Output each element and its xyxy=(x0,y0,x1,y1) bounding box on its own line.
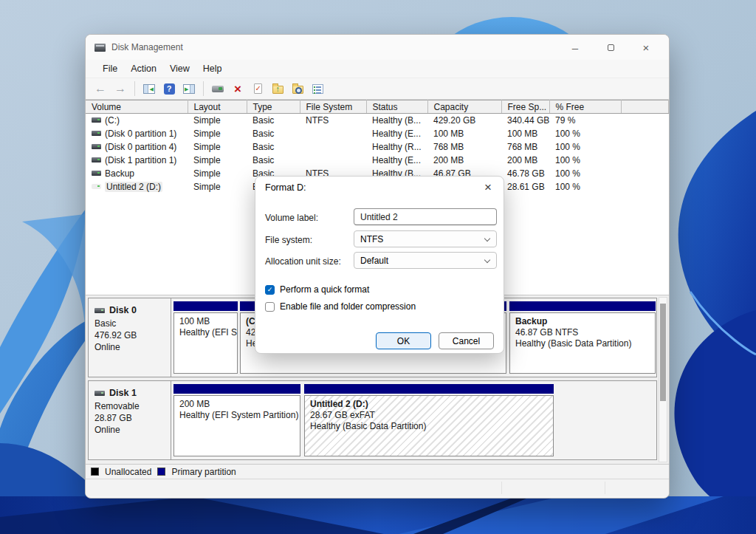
back-arrow-icon[interactable]: ← xyxy=(93,81,108,97)
partition-untitled2-d-selected[interactable]: Untitled 2 (D:)28.67 GB exFATHealthy (Ba… xyxy=(304,384,554,456)
menu-help[interactable]: Help xyxy=(196,62,229,75)
column-volume[interactable]: Volume xyxy=(86,100,188,114)
partition-efi-disk1[interactable]: 200 MBHealthy (EFI System Partition) xyxy=(173,384,300,456)
disk-status: Online xyxy=(94,424,165,436)
partition-backup[interactable]: Backup46.87 GB NTFSHealthy (Basic Data P… xyxy=(509,301,656,374)
volume-label-label: Volume label: xyxy=(265,213,318,223)
dialog-close-icon[interactable]: × xyxy=(480,179,496,196)
primary-partition-bar xyxy=(304,384,554,394)
dialog-title: Format D: xyxy=(265,182,306,193)
compression-label: Enable file and folder compression xyxy=(280,301,416,312)
disk-1-info[interactable]: Disk 1 Removable 28.87 GB Online xyxy=(89,381,171,459)
close-icon[interactable]: × xyxy=(635,38,657,56)
column-capacity[interactable]: Capacity xyxy=(427,100,501,114)
format-dialog: Format D: × Volume label: File system: N… xyxy=(255,176,504,354)
view-options-icon[interactable] xyxy=(310,81,325,97)
statusbar-divider xyxy=(605,482,605,494)
disk-management-app-icon xyxy=(94,44,106,52)
quick-format-row: ✓ Perform a quick format xyxy=(265,284,369,295)
menu-file[interactable]: File xyxy=(96,62,124,75)
disk-tool-icon[interactable] xyxy=(210,81,225,97)
compression-checkbox[interactable] xyxy=(265,302,275,312)
maximize-icon[interactable] xyxy=(599,38,622,56)
disk-icon xyxy=(94,308,105,313)
window-title: Disk Management xyxy=(111,42,183,52)
allocation-unit-label: Allocation unit size: xyxy=(265,256,341,267)
delete-volume-icon[interactable]: × xyxy=(230,81,245,97)
quick-format-checkbox[interactable]: ✓ xyxy=(265,285,275,295)
volume-icon xyxy=(92,171,101,176)
primary-partition-bar xyxy=(509,301,656,311)
document-check-icon[interactable] xyxy=(250,81,265,97)
volume-icon xyxy=(92,117,101,123)
volume-icon xyxy=(92,157,101,162)
primary-partition-bar xyxy=(173,384,300,394)
disk-status: Online xyxy=(94,341,165,353)
disk-1-row: Disk 1 Removable 28.87 GB Online 200 MBH… xyxy=(88,380,657,460)
statusbar-divider xyxy=(501,482,502,494)
show-action-pane-icon[interactable] xyxy=(182,81,196,97)
partition-efi-disk0[interactable]: 100 MBHealthy (EFI System Partition) xyxy=(173,301,238,374)
disk-size: 476.92 GB xyxy=(94,329,165,341)
titlebar: Disk Management – × xyxy=(86,35,669,60)
disk-0-info[interactable]: Disk 0 Basic 476.92 GB Online xyxy=(89,298,171,377)
ok-button[interactable]: OK xyxy=(376,332,431,349)
toolbar: ← → ? × xyxy=(86,78,669,100)
volume-row[interactable]: (Disk 1 partition 1) SimpleBasic Healthy… xyxy=(86,154,669,167)
checkmark-icon: ✓ xyxy=(267,286,273,293)
folder-search-icon[interactable] xyxy=(290,81,305,97)
column-status[interactable]: Status xyxy=(366,100,427,114)
forward-arrow-icon[interactable]: → xyxy=(113,81,128,97)
volume-row[interactable]: (C:) SimpleBasicNTFS Healthy (B...429.20… xyxy=(86,114,669,127)
help-icon[interactable]: ? xyxy=(162,81,176,97)
allocation-unit-select[interactable]: Default xyxy=(354,252,497,269)
toolbar-separator xyxy=(203,81,204,96)
column-empty xyxy=(621,100,669,114)
table-header-row: Volume Layout Type File System Status Ca… xyxy=(86,100,669,114)
disk-icon xyxy=(94,391,105,396)
vertical-scrollbar[interactable] xyxy=(659,297,667,462)
compression-row: Enable file and folder compression xyxy=(265,301,416,312)
unallocated-swatch xyxy=(91,468,99,476)
menu-view[interactable]: View xyxy=(163,62,196,75)
cancel-button[interactable]: Cancel xyxy=(439,332,494,349)
menu-action[interactable]: Action xyxy=(124,62,163,75)
toolbar-separator xyxy=(134,81,135,96)
primary-partition-swatch xyxy=(157,468,165,476)
column-free-space[interactable]: Free Sp... xyxy=(501,100,549,114)
volume-icon xyxy=(92,184,101,189)
legend-primary-partition: Primary partition xyxy=(171,467,236,477)
disk-kind: Basic xyxy=(94,318,165,329)
disk-size: 28.87 GB xyxy=(94,412,165,424)
column-pct-free[interactable]: % Free xyxy=(549,100,621,114)
volume-icon xyxy=(92,131,101,136)
chevron-down-icon xyxy=(484,257,490,263)
volume-label-input[interactable] xyxy=(354,208,497,225)
column-type[interactable]: Type xyxy=(247,100,300,114)
disk-kind: Removable xyxy=(94,400,165,412)
legend-bar: Unallocated Primary partition xyxy=(86,464,669,479)
chevron-down-icon xyxy=(484,236,490,242)
show-console-tree-icon[interactable] xyxy=(142,81,157,97)
volume-row[interactable]: (Disk 0 partition 1) SimpleBasic Healthy… xyxy=(86,127,669,140)
volume-icon xyxy=(92,144,101,149)
column-layout[interactable]: Layout xyxy=(188,100,247,114)
volume-row[interactable]: (Disk 0 partition 4) SimpleBasic Healthy… xyxy=(86,140,669,154)
file-system-select[interactable]: NTFS xyxy=(354,230,497,247)
file-system-label: File system: xyxy=(265,235,312,245)
minimize-icon[interactable]: – xyxy=(564,38,586,56)
status-bar xyxy=(86,479,669,496)
legend-unallocated: Unallocated xyxy=(105,467,151,477)
folder-up-icon[interactable] xyxy=(270,81,285,97)
column-file-system[interactable]: File System xyxy=(300,100,366,114)
menu-bar: File Action View Help xyxy=(86,60,669,78)
quick-format-label: Perform a quick format xyxy=(280,284,369,295)
scrollbar-thumb[interactable] xyxy=(660,304,666,401)
primary-partition-bar xyxy=(173,301,238,311)
